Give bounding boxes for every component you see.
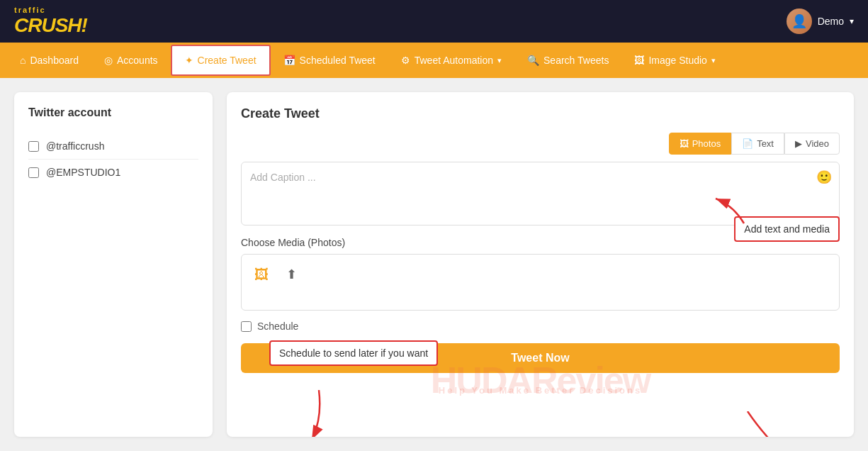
- arrow-to-tweet-now: [740, 411, 797, 437]
- nav-item-scheduled-tweet[interactable]: 📅 Scheduled Tweet: [271, 43, 388, 78]
- nav-item-dashboard[interactable]: ⌂ Dashboard: [7, 43, 91, 78]
- photos-label: Photos: [692, 138, 721, 149]
- tweet-automation-icon: ⚙: [401, 55, 410, 66]
- file-upload-icon[interactable]: ⬆: [280, 263, 303, 286]
- logo-crush: CRUSH!: [14, 14, 87, 37]
- logo-traffic: traffic: [14, 6, 46, 14]
- nav-item-search-tweets[interactable]: 🔍 Search Tweets: [514, 43, 621, 78]
- nav-bar: ⌂ Dashboard ◎ Accounts ✦ Create Tweet 📅 …: [0, 43, 868, 78]
- dashboard-icon: ⌂: [20, 55, 26, 66]
- arrow-to-schedule: [298, 390, 340, 437]
- emoji-icon[interactable]: 🙂: [816, 169, 832, 185]
- nav-label-image-studio: Image Studio: [648, 55, 707, 66]
- logo: traffic CRUSH! ↗: [14, 6, 87, 37]
- media-buttons: 🖼 Photos 📄 Text ▶ Video: [241, 133, 840, 155]
- sidebar-title: Twitter account: [28, 106, 198, 119]
- panel-title: Create Tweet: [241, 106, 840, 121]
- text-media-icon: 📄: [742, 138, 753, 149]
- account-checkbox-trafficcrush[interactable]: [28, 141, 39, 152]
- main-content: Twitter account @trafficcrush @EMPSTUDIO…: [0, 78, 868, 451]
- nav-label-search-tweets: Search Tweets: [543, 55, 609, 66]
- schedule-checkbox[interactable]: [241, 321, 252, 332]
- media-btn-text[interactable]: 📄 Text: [731, 133, 784, 155]
- avatar: 👤: [787, 9, 812, 34]
- nav-label-scheduled-tweet: Scheduled Tweet: [300, 55, 376, 66]
- top-bar: traffic CRUSH! ↗ 👤 Demo ▾: [0, 0, 868, 43]
- right-panel: Create Tweet 🖼 Photos 📄 Text ▶ Video Add…: [227, 92, 854, 437]
- nav-label-tweet-automation: Tweet Automation: [415, 55, 493, 66]
- create-tweet-icon: ✦: [185, 55, 193, 66]
- image-upload-icon[interactable]: 🖼: [250, 263, 273, 286]
- annotation-schedule: Schedule to send later if you want: [269, 340, 438, 366]
- scheduled-tweet-icon: 📅: [283, 55, 295, 66]
- account-checkbox-empstudio1[interactable]: [28, 167, 39, 178]
- user-area[interactable]: 👤 Demo ▾: [787, 9, 854, 34]
- nav-item-tweet-automation[interactable]: ⚙ Tweet Automation ▾: [388, 43, 514, 78]
- tweet-automation-chevron: ▾: [497, 56, 502, 65]
- text-media-label: Text: [757, 138, 774, 149]
- nav-item-image-studio[interactable]: 🖼 Image Studio ▾: [621, 43, 728, 78]
- accounts-icon: ◎: [104, 55, 113, 66]
- annotation-add-text-media: Add text and media: [734, 216, 840, 242]
- caption-placeholder: Add Caption ...: [250, 172, 316, 183]
- nav-item-accounts[interactable]: ◎ Accounts: [91, 43, 171, 78]
- nav-label-create-tweet: Create Tweet: [198, 55, 257, 66]
- image-studio-chevron: ▾: [711, 56, 716, 65]
- account-item-trafficcrush[interactable]: @trafficcrush: [28, 133, 198, 160]
- media-btn-video[interactable]: ▶ Video: [784, 133, 840, 155]
- watermark-subtext: Help You Make Better Decisions: [439, 385, 642, 396]
- video-icon: ▶: [795, 138, 802, 149]
- search-tweets-icon: 🔍: [527, 55, 539, 66]
- account-item-empstudio1[interactable]: @EMPSTUDIO1: [28, 160, 198, 185]
- user-dropdown-chevron[interactable]: ▾: [850, 16, 854, 26]
- image-studio-icon: 🖼: [634, 55, 644, 66]
- media-upload-area: 🖼 ⬆: [241, 254, 840, 311]
- account-handle-trafficcrush: @trafficcrush: [46, 140, 104, 152]
- video-label: Video: [806, 138, 829, 149]
- schedule-label: Schedule: [257, 321, 298, 332]
- account-handle-empstudio1: @EMPSTUDIO1: [46, 167, 120, 178]
- photos-icon: 🖼: [680, 138, 689, 149]
- user-name: Demo: [818, 16, 844, 27]
- sidebar: Twitter account @trafficcrush @EMPSTUDIO…: [14, 92, 213, 437]
- nav-label-accounts: Accounts: [117, 55, 158, 66]
- nav-label-dashboard: Dashboard: [30, 55, 79, 66]
- media-btn-photos[interactable]: 🖼 Photos: [669, 133, 731, 155]
- nav-item-create-tweet[interactable]: ✦ Create Tweet: [171, 45, 271, 76]
- schedule-row: Schedule: [241, 321, 840, 332]
